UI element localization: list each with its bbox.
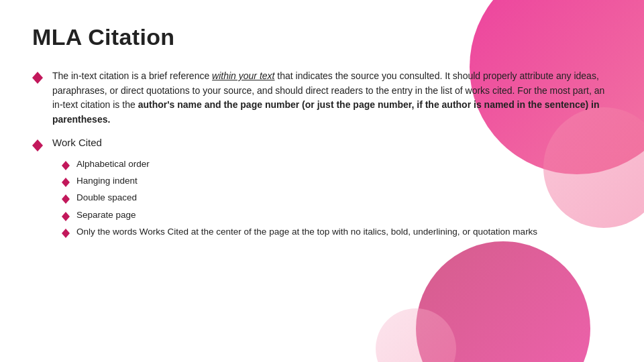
slide-content: MLA Citation The in-text citation is a b… xyxy=(0,0,644,265)
sub-bullet-text: Double spaced xyxy=(76,191,137,204)
sub-bullet-text: Alphabetical order xyxy=(76,158,150,171)
work-cited-bullet: Work Cited xyxy=(32,137,612,148)
sub-bullet-text: Hanging indent xyxy=(76,174,138,188)
sub-bullet-diamond-icon xyxy=(62,161,70,166)
sub-bullet-diamond-icon xyxy=(62,178,70,182)
work-cited-label: Work Cited xyxy=(52,137,102,148)
work-cited-diamond-icon xyxy=(32,139,43,145)
slide-title: MLA Citation xyxy=(32,24,612,50)
main-bullet: The in-text citation is a brief referenc… xyxy=(32,69,612,127)
work-cited-section: Work Cited Alphabetical order Hanging in… xyxy=(32,137,612,239)
bold-emphasis: author's name and the page number (or ju… xyxy=(52,99,600,125)
main-bullet-text: The in-text citation is a brief referenc… xyxy=(52,69,612,127)
slide: MLA Citation The in-text citation is a b… xyxy=(0,0,644,362)
list-item: Alphabetical order xyxy=(62,158,612,171)
list-item: Double spaced xyxy=(62,191,612,204)
sub-bullet-diamond-icon xyxy=(62,229,70,233)
sub-bullets-list: Alphabetical order Hanging indent Double… xyxy=(62,158,612,239)
list-item: Separate page xyxy=(62,208,612,222)
list-item: Hanging indent xyxy=(62,174,612,188)
bullet-diamond-icon xyxy=(32,72,43,78)
sub-bullet-diamond-icon xyxy=(62,194,70,199)
sub-bullet-text: Separate page xyxy=(76,208,136,222)
sub-bullet-diamond-icon xyxy=(62,212,70,217)
sub-bullet-text: Only the words Works Cited at the center… xyxy=(76,225,537,239)
list-item: Only the words Works Cited at the center… xyxy=(62,225,612,239)
within-your-text-emphasis: within your text xyxy=(212,70,274,81)
